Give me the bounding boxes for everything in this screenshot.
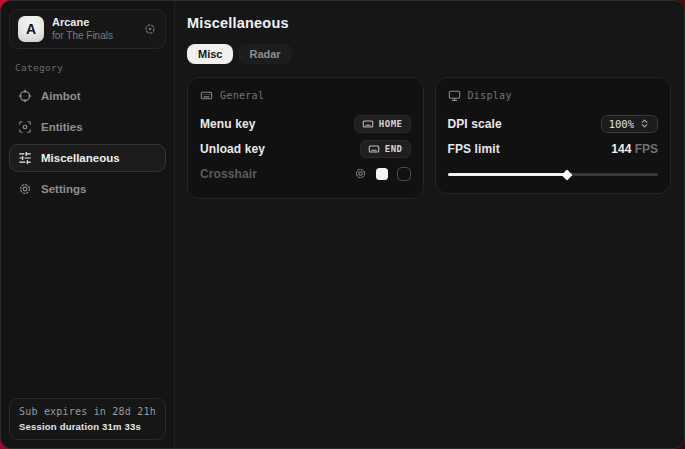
tab-bar: Misc Radar <box>187 44 671 64</box>
app-title: Arcane <box>52 16 135 29</box>
settings-cards: General Menu key HOME Unload key <box>187 77 671 199</box>
scan-icon <box>18 120 32 134</box>
fps-slider-fill <box>448 173 568 176</box>
crosshair-color-swatch[interactable] <box>376 168 388 180</box>
sidebar-item-label: Settings <box>41 183 86 195</box>
menu-key-label: Menu key <box>200 117 256 131</box>
session-duration-text: Session duration 31m 33s <box>19 421 156 432</box>
keyboard-icon <box>368 143 380 155</box>
sidebar-item-miscellaneous[interactable]: Miscellaneous <box>9 144 166 172</box>
crosshair-checkbox[interactable] <box>397 167 411 181</box>
unload-key-label: Unload key <box>200 142 265 156</box>
sidebar-item-settings[interactable]: Settings <box>9 175 166 203</box>
fps-limit-unit: FPS <box>635 142 658 156</box>
fps-limit-label: FPS limit <box>448 142 500 156</box>
fps-limit-number: 144 <box>611 142 631 156</box>
menu-key-value: HOME <box>379 119 403 129</box>
keyboard-icon <box>362 118 374 130</box>
fps-limit-slider[interactable] <box>448 168 659 180</box>
unload-key-value: END <box>385 144 403 154</box>
display-card: Display DPI scale 100% FPS limit <box>435 77 672 194</box>
dpi-scale-label: DPI scale <box>448 117 502 131</box>
general-card: General Menu key HOME Unload key <box>187 77 424 199</box>
fps-limit-value: 144 FPS <box>611 142 658 156</box>
tab-radar[interactable]: Radar <box>238 44 291 64</box>
sidebar-item-label: Entities <box>41 121 83 133</box>
monitor-icon <box>448 89 461 102</box>
keyboard-icon <box>200 89 213 102</box>
brand-text: Arcane for The Finals <box>52 16 135 41</box>
display-card-title: Display <box>468 90 512 101</box>
sidebar-item-entities[interactable]: Entities <box>9 113 166 141</box>
crosshair-controls <box>354 167 411 181</box>
page-title: Miscellaneous <box>187 15 671 31</box>
main-content: Miscellaneous Misc Radar General Menu ke… <box>175 1 684 448</box>
app-subtitle: for The Finals <box>52 30 135 42</box>
sub-expiry-text: Sub expires in 28d 21h <box>19 406 156 417</box>
display-card-header: Display <box>448 89 659 102</box>
gear-icon <box>18 182 32 196</box>
category-label: Category <box>15 62 160 73</box>
sidebar-item-label: Aimbot <box>41 90 81 102</box>
unload-key-bind-button[interactable]: END <box>360 140 411 158</box>
crosshair-settings-gear-icon[interactable] <box>354 167 367 180</box>
general-card-title: General <box>220 90 264 101</box>
subscription-status-card: Sub expires in 28d 21h Session duration … <box>9 398 166 440</box>
tab-misc[interactable]: Misc <box>187 44 233 64</box>
app-window: A Arcane for The Finals Category Aim <box>0 0 685 449</box>
sidebar: A Arcane for The Finals Category Aim <box>1 1 175 448</box>
app-logo: A <box>18 16 44 42</box>
crosshair-row: Crosshair <box>200 162 411 185</box>
dpi-scale-value: 100% <box>609 118 634 130</box>
fps-slider-thumb[interactable] <box>562 169 573 180</box>
dpi-scale-select[interactable]: 100% <box>601 115 658 133</box>
crosshair-label: Crosshair <box>200 167 257 181</box>
menu-key-bind-button[interactable]: HOME <box>354 115 411 133</box>
target-icon[interactable] <box>143 22 157 36</box>
app-logo-letter: A <box>26 21 36 37</box>
menu-key-row: Menu key HOME <box>200 112 411 135</box>
sliders-icon <box>18 151 32 165</box>
sidebar-item-aimbot[interactable]: Aimbot <box>9 82 166 110</box>
brand-card: A Arcane for The Finals <box>9 9 166 49</box>
unload-key-row: Unload key END <box>200 137 411 160</box>
crosshair-icon <box>18 89 32 103</box>
dpi-scale-row: DPI scale 100% <box>448 112 659 135</box>
fps-limit-row: FPS limit 144 FPS <box>448 137 659 160</box>
sidebar-nav: Aimbot Entities Miscella <box>9 82 166 203</box>
chevrons-up-down-icon <box>639 118 650 129</box>
general-card-header: General <box>200 89 411 102</box>
sidebar-item-label: Miscellaneous <box>41 152 120 164</box>
